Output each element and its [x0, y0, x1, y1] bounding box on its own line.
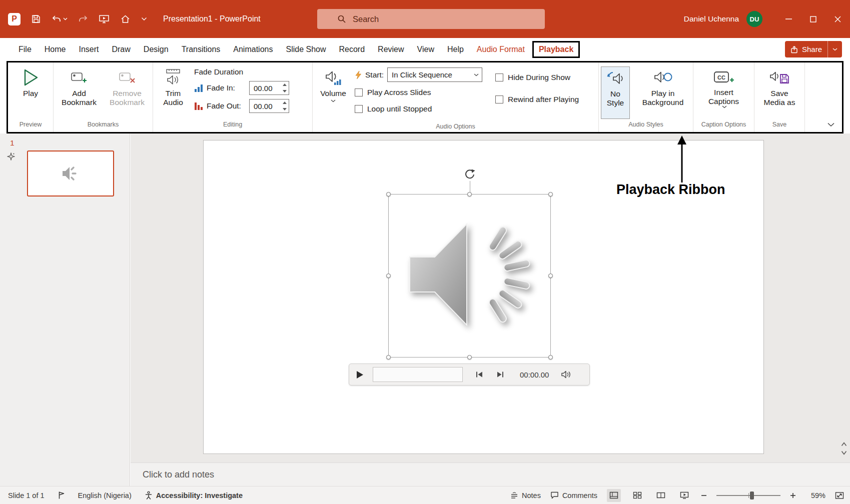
- slide-thumbnail-panel: 1: [0, 134, 130, 486]
- tab-view[interactable]: View: [411, 41, 441, 58]
- reading-view-button[interactable]: [654, 489, 668, 502]
- tab-record[interactable]: Record: [333, 41, 372, 58]
- search-input[interactable]: Search: [317, 9, 545, 29]
- share-button[interactable]: Share: [785, 41, 842, 58]
- save-media-as-button[interactable]: Save Media as: [757, 66, 802, 119]
- tab-draw[interactable]: Draw: [105, 41, 137, 58]
- checkbox-play-across-slides[interactable]: Play Across Slides: [355, 88, 482, 97]
- player-progress-bar[interactable]: [373, 367, 463, 382]
- accessibility-status[interactable]: Accessibility: Investigate: [145, 491, 243, 500]
- avatar[interactable]: DU: [746, 11, 762, 27]
- play-icon: [22, 68, 40, 87]
- fade-in-value[interactable]: 00.00: [250, 82, 281, 94]
- undo-button[interactable]: [52, 14, 68, 24]
- ribbon-group-save: Save Media as Save: [754, 62, 805, 132]
- slide-thumbnail-number: 1: [10, 138, 15, 148]
- loop-until-stopped-checkbox[interactable]: [355, 105, 363, 113]
- proofing-icon[interactable]: [58, 491, 65, 500]
- fade-out-increment-button[interactable]: [281, 100, 289, 106]
- tab-playback[interactable]: Playback: [532, 41, 580, 58]
- comments-toggle-button[interactable]: Comments: [550, 492, 597, 500]
- slide-thumbnail[interactable]: [27, 150, 114, 196]
- fade-out-decrement-button[interactable]: [281, 106, 289, 112]
- zoom-slider-thumb[interactable]: [750, 492, 754, 500]
- checkbox-rewind-after-playing[interactable]: Rewind after Playing: [495, 95, 579, 104]
- playback-ribbon: Play Preview Add Bookmark Remove Bookmar…: [7, 61, 843, 134]
- zoom-slider[interactable]: [716, 495, 780, 496]
- close-button[interactable]: [825, 0, 850, 38]
- start-dropdown-chevron-icon[interactable]: [470, 74, 482, 76]
- normal-view-button[interactable]: [607, 489, 621, 502]
- player-play-button[interactable]: [356, 370, 364, 379]
- play-across-slides-checkbox[interactable]: [355, 88, 363, 96]
- notes-toggle-button[interactable]: Notes: [510, 492, 541, 500]
- share-dropdown-chevron-icon[interactable]: [827, 41, 842, 58]
- notes-pane[interactable]: Click to add notes: [131, 462, 850, 486]
- fade-out-value[interactable]: 00.00: [250, 100, 281, 112]
- tab-file[interactable]: File: [12, 41, 38, 58]
- audio-speaker-graphic[interactable]: [403, 206, 537, 346]
- fade-out-spinner[interactable]: 00.00: [249, 99, 289, 113]
- tab-home[interactable]: Home: [38, 41, 73, 58]
- scroll-down-button[interactable]: [841, 450, 847, 455]
- fade-in-spinner[interactable]: 00.00: [249, 81, 289, 95]
- audio-object-selection[interactable]: [388, 194, 551, 358]
- window-title: Presentation1 - PowerPoint: [163, 14, 261, 24]
- player-step-back-button[interactable]: [475, 371, 484, 378]
- zoom-in-button[interactable]: [790, 492, 796, 498]
- no-style-button[interactable]: No Style: [601, 66, 630, 119]
- fit-to-window-button[interactable]: [835, 492, 844, 500]
- captions-dropdown-chevron-icon: [722, 106, 727, 108]
- start-slideshow-button[interactable]: [99, 14, 110, 24]
- slide-indicator: Slide 1 of 1: [8, 492, 45, 500]
- trim-audio-icon: [165, 68, 181, 86]
- add-bookmark-button[interactable]: Add Bookmark: [57, 66, 102, 119]
- tab-animations[interactable]: Animations: [227, 41, 279, 58]
- audio-player-bar: 00:00.00: [349, 364, 590, 386]
- volume-button[interactable]: Volume: [318, 66, 349, 121]
- tab-insert[interactable]: Insert: [72, 41, 105, 58]
- minimize-button[interactable]: [776, 0, 801, 38]
- player-step-forward-button[interactable]: [496, 371, 505, 378]
- tab-audio-format[interactable]: Audio Format: [470, 41, 531, 58]
- fade-in-decrement-button[interactable]: [281, 88, 289, 94]
- fade-duration-label: Fade Duration: [194, 68, 289, 76]
- start-dropdown[interactable]: In Click Sequence: [387, 68, 482, 82]
- start-trigger-icon: [355, 70, 362, 80]
- fade-in-icon: [194, 84, 203, 92]
- animation-indicator-icon[interactable]: [7, 152, 15, 160]
- tab-review[interactable]: Review: [371, 41, 410, 58]
- fade-out-label: Fade Out:: [207, 102, 246, 110]
- scroll-up-button[interactable]: [841, 442, 847, 446]
- hide-during-show-checkbox[interactable]: [495, 74, 503, 82]
- maximize-button[interactable]: [801, 0, 825, 38]
- customize-toolbar-chevron-icon[interactable]: [141, 17, 147, 21]
- trim-audio-button[interactable]: Trim Audio: [157, 66, 189, 119]
- redo-button[interactable]: [78, 14, 88, 24]
- slideshow-view-button[interactable]: [677, 489, 691, 502]
- rewind-after-playing-checkbox[interactable]: [495, 96, 503, 104]
- annotation-label: Playback Ribbon: [616, 182, 725, 198]
- zoom-out-button[interactable]: [701, 492, 707, 498]
- group-label-caption-options: Caption Options: [693, 119, 754, 132]
- slide-sorter-view-button[interactable]: [630, 489, 644, 502]
- collapse-ribbon-button[interactable]: [827, 122, 835, 127]
- home-button[interactable]: [120, 14, 131, 24]
- tab-transitions[interactable]: Transitions: [175, 41, 227, 58]
- ribbon-group-preview: Play Preview: [8, 62, 54, 132]
- tab-help[interactable]: Help: [441, 41, 470, 58]
- powerpoint-logo-icon[interactable]: P: [8, 13, 21, 26]
- checkbox-loop-until-stopped[interactable]: Loop until Stopped: [355, 104, 482, 114]
- tab-design[interactable]: Design: [137, 41, 175, 58]
- save-button[interactable]: [31, 14, 41, 24]
- fade-in-increment-button[interactable]: [281, 82, 289, 88]
- rotation-handle[interactable]: [464, 168, 476, 180]
- play-button[interactable]: Play: [20, 66, 41, 119]
- player-volume-button[interactable]: [561, 370, 572, 379]
- checkbox-hide-during-show[interactable]: Hide During Show: [495, 73, 579, 82]
- zoom-level[interactable]: 59%: [805, 492, 825, 500]
- play-in-background-button[interactable]: Play in Background: [635, 66, 691, 119]
- tab-slide-show[interactable]: Slide Show: [279, 41, 332, 58]
- language-indicator[interactable]: English (Nigeria): [78, 492, 132, 500]
- insert-captions-button[interactable]: CC Insert Captions: [699, 66, 749, 119]
